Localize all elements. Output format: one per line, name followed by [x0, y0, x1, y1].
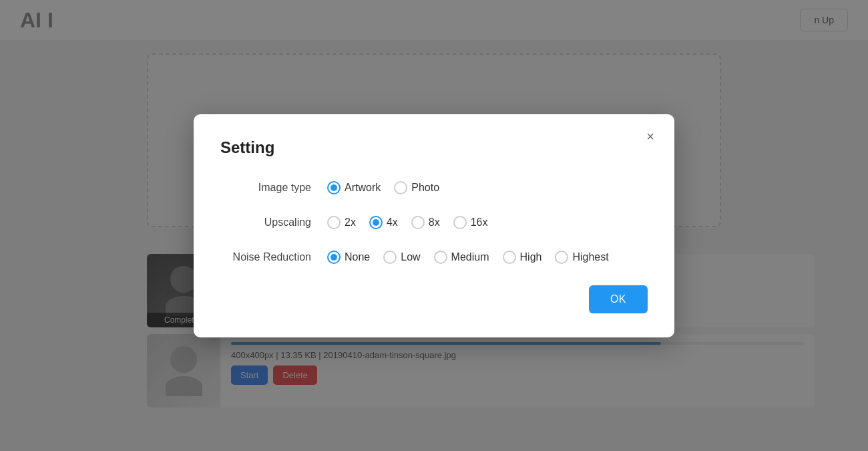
image-type-artwork[interactable]: Artwork: [327, 181, 381, 194]
settings-modal: Setting × Image type Artwork Photo Upsca…: [194, 114, 674, 337]
photo-label: Photo: [411, 182, 439, 194]
artwork-radio-inner: [331, 184, 337, 191]
upscaling-2x[interactable]: 2x: [327, 216, 356, 229]
image-type-options: Artwork Photo: [327, 181, 439, 194]
noise-none-radio-inner: [331, 254, 337, 261]
upscaling-16x-label: 16x: [471, 216, 488, 229]
upscaling-4x-label: 4x: [387, 216, 398, 229]
upscaling-8x-radio[interactable]: [411, 216, 425, 229]
noise-high-radio[interactable]: [503, 251, 516, 264]
upscaling-8x[interactable]: 8x: [411, 216, 440, 229]
noise-highest[interactable]: Highest: [555, 251, 608, 264]
photo-radio[interactable]: [394, 181, 407, 194]
noise-reduction-row: Noise Reduction None Low Medium: [220, 251, 648, 264]
upscaling-label: Upscaling: [220, 216, 327, 229]
upscaling-2x-radio[interactable]: [327, 216, 341, 229]
modal-footer: OK: [220, 285, 648, 313]
upscaling-16x-radio[interactable]: [453, 216, 467, 229]
upscaling-4x-radio[interactable]: [369, 216, 383, 229]
image-type-photo[interactable]: Photo: [394, 181, 439, 194]
noise-medium-label: Medium: [451, 251, 489, 263]
noise-medium[interactable]: Medium: [434, 251, 489, 264]
upscaling-options: 2x 4x 8x 16x: [327, 216, 488, 229]
upscaling-8x-label: 8x: [429, 216, 440, 229]
upscaling-2x-label: 2x: [345, 216, 356, 229]
noise-none-radio[interactable]: [327, 251, 341, 264]
noise-low-label: Low: [401, 251, 420, 263]
noise-highest-label: Highest: [572, 251, 608, 263]
noise-highest-radio[interactable]: [555, 251, 568, 264]
noise-high-label: High: [520, 251, 542, 263]
modal-overlay: Setting × Image type Artwork Photo Upsca…: [0, 0, 868, 451]
modal-title: Setting: [220, 138, 648, 157]
noise-none[interactable]: None: [327, 251, 370, 264]
noise-low[interactable]: Low: [383, 251, 420, 264]
noise-reduction-label: Noise Reduction: [220, 251, 327, 263]
close-button[interactable]: ×: [640, 126, 661, 148]
artwork-label: Artwork: [345, 182, 381, 194]
upscaling-16x[interactable]: 16x: [453, 216, 488, 229]
artwork-radio[interactable]: [327, 181, 341, 194]
upscaling-4x[interactable]: 4x: [369, 216, 398, 229]
noise-reduction-options: None Low Medium High Highest: [327, 251, 609, 264]
noise-none-label: None: [345, 251, 370, 263]
upscaling-4x-radio-inner: [373, 219, 379, 226]
noise-medium-radio[interactable]: [434, 251, 447, 264]
noise-high[interactable]: High: [503, 251, 542, 264]
ok-button[interactable]: OK: [589, 285, 648, 313]
image-type-row: Image type Artwork Photo: [220, 181, 648, 194]
noise-low-radio[interactable]: [383, 251, 397, 264]
upscaling-row: Upscaling 2x 4x 8x 16x: [220, 216, 648, 229]
image-type-label: Image type: [220, 182, 327, 194]
